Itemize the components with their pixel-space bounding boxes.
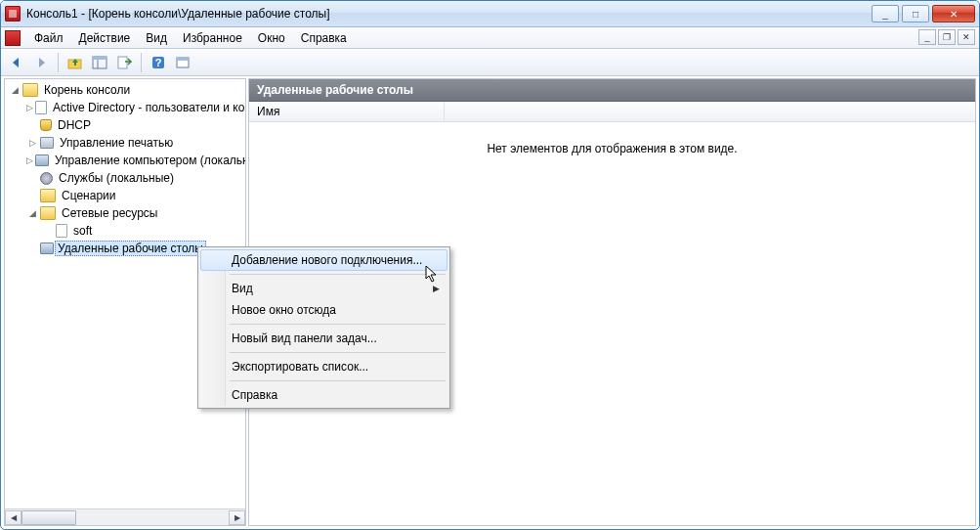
content-header: Удаленные рабочие столы [249,79,975,102]
ctx-help[interactable]: Справка [200,384,447,406]
svg-text:?: ? [155,57,162,68]
maximize-icon: □ [913,9,918,20]
empty-message: Нет элементов для отображения в этом вид… [487,142,737,155]
submenu-arrow-icon: ▶ [433,284,440,293]
dhcp-icon [40,119,52,131]
window-title: Консоль1 - [Корень консоли\Удаленные раб… [26,7,872,21]
ctx-label: Справка [232,388,277,402]
tree-item-print[interactable]: ▷ Управление печатью [5,134,245,152]
tree-label: Active Directory - пользователи и компью… [51,101,245,114]
client-area: ◢ Корень консоли ▷ Active Directory - по… [2,76,978,528]
tree-item-soft[interactable]: soft [5,222,245,240]
tree-label: DHCP [56,118,93,132]
tree-label: Сценарии [60,189,117,202]
tree-item-ad[interactable]: ▷ Active Directory - пользователи и комп… [5,99,245,116]
ctx-add-connection[interactable]: Добавление нового подключения... [200,249,447,271]
computer-icon [35,155,49,166]
tree-label: Удаленные рабочие столы [55,241,206,256]
tree-label: Корень консоли [42,83,132,97]
folder-icon [22,83,38,97]
scroll-thumb[interactable] [21,510,76,525]
toolbar: ? [1,49,979,76]
tree-root[interactable]: ◢ Корень консоли [5,81,245,99]
ctx-label: Экспортировать список... [232,360,368,374]
ctx-label: Новое окно отсюда [232,303,336,317]
tree-label: soft [71,224,94,238]
horizontal-scrollbar[interactable]: ◀ ▶ [5,508,245,525]
help-button[interactable]: ? [147,52,170,73]
forward-button[interactable] [29,52,53,73]
folder-icon [40,189,56,202]
ctx-new-window[interactable]: Новое окно отсюда [200,299,447,321]
tree-label: Сетевые ресурсы [60,206,160,220]
expand-icon[interactable]: ▷ [26,155,33,166]
svg-rect-8 [177,58,189,61]
new-window-button[interactable] [171,52,194,73]
context-menu: Добавление нового подключения... Вид ▶ Н… [197,246,450,409]
ctx-separator [230,352,446,353]
toolbar-separator [58,53,59,72]
tree-label: Управление печатью [58,136,175,150]
share-icon [56,224,67,238]
document-icon [5,30,21,46]
tree-label: Службы (локальные) [57,171,176,185]
ctx-new-taskpad[interactable]: Новый вид панели задач... [200,328,447,349]
ctx-export-list[interactable]: Экспортировать список... [200,356,447,377]
titlebar: Консоль1 - [Корень консоли\Удаленные раб… [1,1,979,27]
expand-icon[interactable]: ▷ [26,102,33,113]
ctx-separator [230,324,446,325]
collapse-icon[interactable]: ◢ [9,84,21,96]
scroll-right-button[interactable]: ▶ [229,510,245,525]
menu-view[interactable]: Вид [138,29,175,47]
mdi-minimize[interactable]: _ [918,29,936,45]
close-button[interactable]: ✕ [932,5,975,22]
menu-file[interactable]: Файл [26,29,71,47]
mdi-restore[interactable]: ❐ [938,29,956,45]
show-hide-tree-button[interactable] [88,52,111,73]
ctx-label: Добавление нового подключения... [232,253,422,267]
scroll-track[interactable] [21,510,229,525]
menu-favorites[interactable]: Избранное [175,29,250,47]
maximize-button[interactable]: □ [902,5,929,22]
expand-icon[interactable]: ▷ [26,137,38,149]
back-button[interactable] [5,52,28,73]
menu-action[interactable]: Действие [71,29,139,47]
ctx-separator [230,380,446,381]
tree-item-computer[interactable]: ▷ Управление компьютером (локальный) [5,152,245,169]
menu-help[interactable]: Справка [293,29,355,47]
printer-icon [40,137,54,149]
ctx-label: Вид [232,282,253,295]
gear-icon [40,172,53,185]
mdi-close[interactable]: ✕ [958,29,975,45]
tree-label: Управление компьютером (локальный) [53,154,245,167]
close-icon: ✕ [950,9,958,20]
column-name[interactable]: Имя [249,102,445,121]
minimize-button[interactable]: _ [872,5,899,22]
ctx-separator [230,274,446,275]
ctx-view[interactable]: Вид ▶ [200,278,447,299]
svg-rect-3 [93,57,107,60]
tree-item-scenarios[interactable]: Сценарии [5,187,245,204]
svg-rect-4 [118,57,127,68]
collapse-icon[interactable]: ◢ [26,207,38,219]
toolbar-separator-2 [141,53,142,72]
minimize-icon: _ [882,9,888,20]
up-folder-button[interactable] [64,52,87,73]
scroll-left-button[interactable]: ◀ [5,510,21,525]
menu-window[interactable]: Окно [250,29,293,47]
tree-item-services[interactable]: Службы (локальные) [5,169,245,187]
rdp-icon [40,243,54,254]
app-icon [5,6,21,22]
ctx-label: Новый вид панели задач... [232,331,377,345]
ad-icon [35,101,47,114]
export-button[interactable] [112,52,136,73]
column-headers: Имя [249,102,975,122]
mdi-controls: _ ❐ ✕ [918,29,975,45]
menubar: Файл Действие Вид Избранное Окно Справка… [1,27,979,49]
folder-icon [40,206,56,220]
tree-item-dhcp[interactable]: DHCP [5,116,245,134]
tree-item-network[interactable]: ◢ Сетевые ресурсы [5,204,245,222]
window-controls: _ □ ✕ [872,5,975,22]
